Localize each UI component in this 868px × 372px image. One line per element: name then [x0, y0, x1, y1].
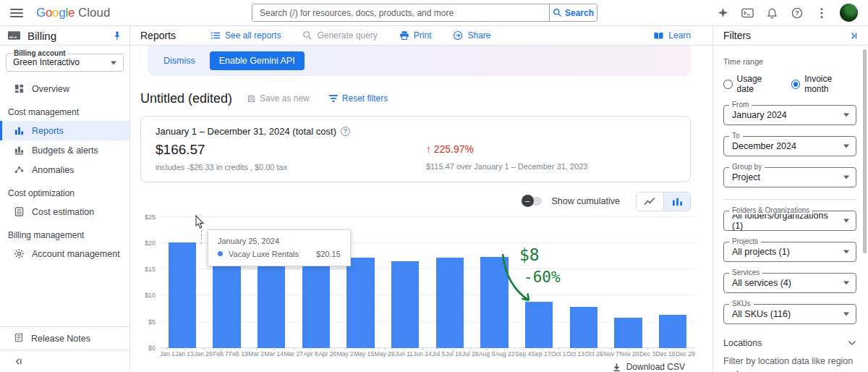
radio-usage-date[interactable]: Usage date: [723, 74, 780, 94]
tooltip-series: Vacay Luxe Rentals: [229, 250, 299, 258]
collapse-sidebar-button[interactable]: [0, 350, 129, 372]
cloud-shell-icon[interactable]: [741, 7, 754, 19]
avatar[interactable]: [840, 4, 858, 22]
from-select[interactable]: From January 2024: [723, 105, 856, 125]
dismiss-button[interactable]: Dismiss: [163, 56, 195, 66]
download-csv-button[interactable]: Download CSV: [130, 362, 685, 372]
enable-gemini-api-button[interactable]: Enable Gemini API: [210, 51, 305, 70]
page-title: Reports: [140, 30, 176, 41]
x-tick-label: May 2: [337, 350, 354, 358]
download-icon: [612, 363, 621, 372]
x-tick-label: Dec 29: [676, 350, 695, 358]
show-cumulative-toggle[interactable]: –: [523, 197, 542, 206]
billing-card-icon: [7, 30, 21, 41]
billing-account-value: Green Interactivo: [13, 57, 116, 67]
bar-jun[interactable]: [391, 261, 419, 349]
x-tick-label: Oct 1: [551, 350, 566, 358]
sidebar-item-overview[interactable]: Overview: [0, 79, 129, 98]
more-options-icon[interactable]: [815, 7, 827, 19]
search-button[interactable]: Search: [549, 4, 597, 21]
help-circle-icon[interactable]: ?: [341, 127, 350, 136]
bar-dec[interactable]: [659, 315, 686, 348]
see-all-reports-button[interactable]: See all reports: [210, 30, 281, 41]
bar-jan[interactable]: [169, 242, 196, 348]
sidebar-item-account-management[interactable]: Account management: [0, 244, 129, 263]
series-dot-icon: [218, 251, 223, 256]
pin-icon[interactable]: [112, 30, 122, 41]
filters-scrollbar[interactable]: [863, 49, 867, 253]
collapse-left-icon: [14, 357, 23, 366]
services-select[interactable]: Services All services (4): [723, 273, 856, 293]
tooltip-value: $20.15: [316, 250, 341, 258]
billing-account-select[interactable]: Billing account Green Interactivo: [6, 54, 124, 72]
query-magnifier-icon: [302, 30, 312, 41]
bar-slot: [606, 217, 651, 348]
bar-feb[interactable]: [213, 263, 240, 348]
reports-toolbar: Reports See all reports Generate query P…: [130, 26, 712, 46]
y-tick-label: $15: [145, 266, 156, 273]
x-tick-label: Jul 5: [432, 350, 445, 358]
skus-select[interactable]: SKUs All SKUs (116): [723, 304, 856, 324]
x-tick-label: Mar 14: [265, 350, 284, 358]
reset-filters-button[interactable]: Reset filters: [328, 93, 388, 103]
sidebar-item-reports[interactable]: Reports: [0, 121, 129, 140]
folders-organizations-select[interactable]: Folders & Organizations All folders/orga…: [723, 211, 856, 231]
overview-icon: [14, 83, 25, 94]
locations-section[interactable]: Locations: [723, 338, 856, 348]
x-tick-label: Aug 9: [479, 350, 495, 358]
x-tick-label: Nov 7: [603, 350, 619, 358]
help-icon[interactable]: ?: [791, 7, 803, 19]
x-tick-label: Mar 27: [284, 350, 302, 358]
list-icon: [210, 31, 221, 40]
filters-panel: Filters Time range Usage date Invoice mo…: [712, 26, 868, 372]
bar-jul[interactable]: [436, 258, 464, 348]
annotation-arrow-icon: [487, 250, 545, 309]
y-tick-label: $25: [145, 214, 156, 221]
x-tick-label: Jan 1: [160, 350, 175, 358]
share-button[interactable]: Share: [453, 30, 490, 41]
x-tick-label: Oct 26: [584, 350, 603, 358]
credits-note: includes -$26.33 in credits , $0.00 tax: [156, 163, 426, 172]
bar-chart-button[interactable]: [663, 193, 690, 211]
show-cumulative-label: Show cumulative: [552, 196, 621, 206]
report-title-row: Untitled (edited) Save as new Reset filt…: [140, 91, 712, 106]
x-tick-label: Feb 7: [213, 350, 229, 358]
bar-apr[interactable]: [302, 261, 330, 349]
release-notes-link[interactable]: Release Notes: [0, 327, 129, 350]
menu-icon[interactable]: [10, 9, 23, 17]
gemini-sparkle-icon[interactable]: [717, 7, 729, 19]
projects-select[interactable]: Projects All projects (1): [723, 242, 856, 262]
group-by-select[interactable]: Group by Project: [723, 167, 856, 187]
radio-invoice-month[interactable]: Invoice month: [791, 74, 856, 94]
bar-sep[interactable]: [525, 302, 553, 348]
report-title: Untitled (edited): [140, 91, 232, 106]
gear-icon: [14, 248, 25, 259]
sidebar-bottom: Release Notes: [0, 326, 129, 372]
sidebar-item-cost-estimation[interactable]: Cost estimation: [0, 202, 129, 221]
caret-down-icon: [843, 219, 849, 223]
bar-oct[interactable]: [570, 307, 597, 348]
google-cloud-logo[interactable]: Google Cloud: [36, 6, 110, 20]
sidebar-item-anomalies[interactable]: Anomalies: [0, 160, 129, 179]
to-select[interactable]: To December 2024: [723, 136, 856, 156]
cloud-logo-text: Cloud: [78, 6, 110, 20]
bar-mar[interactable]: [258, 258, 285, 348]
line-chart-button[interactable]: [637, 193, 663, 211]
print-button[interactable]: Print: [399, 30, 432, 41]
collapse-panel-icon[interactable]: [848, 31, 858, 41]
sidebar-header: Billing: [0, 26, 129, 46]
reports-icon: [14, 125, 25, 136]
search-input[interactable]: [252, 4, 549, 21]
y-tick-label: $10: [145, 292, 156, 299]
locations-description: Filter by location data like region and …: [723, 355, 856, 372]
cost-estimation-icon: [14, 206, 25, 217]
sidebar-item-budgets-alerts[interactable]: Budgets & alerts: [0, 140, 129, 160]
search-icon: [553, 8, 562, 17]
generate-query-button[interactable]: Generate query: [302, 30, 377, 41]
learn-button[interactable]: Learn: [653, 30, 691, 41]
bar-nov[interactable]: [614, 318, 642, 348]
notifications-bell-icon[interactable]: [766, 7, 778, 19]
top-bar: Google Cloud Search ?: [0, 0, 868, 26]
save-as-new-button[interactable]: Save as new: [247, 93, 310, 103]
bar-may[interactable]: [346, 258, 374, 348]
